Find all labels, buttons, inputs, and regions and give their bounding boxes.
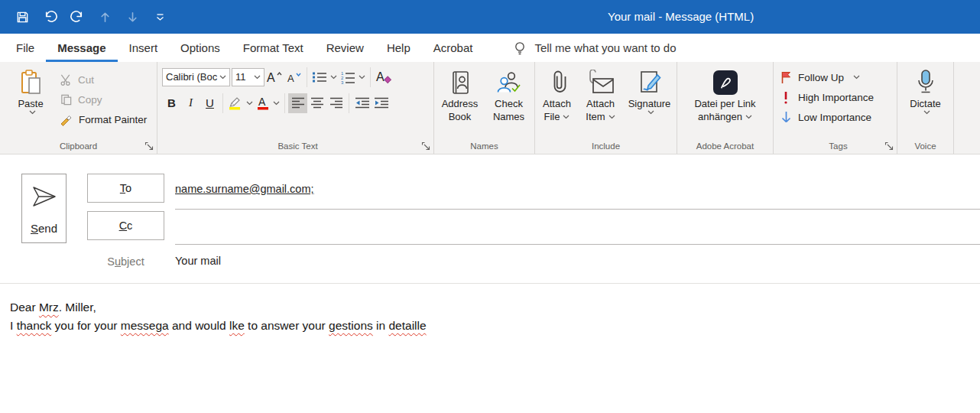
misspelled-word: messega	[121, 319, 169, 332]
signature-icon	[638, 70, 662, 96]
highlight-chevron-icon	[246, 101, 253, 106]
attach-file-button[interactable]: Attach File	[537, 65, 578, 140]
numbering-button[interactable]: 123	[339, 67, 367, 87]
body-text: . Miller,	[59, 301, 96, 314]
align-left-icon	[291, 97, 305, 109]
tab-options[interactable]: Options	[169, 34, 232, 62]
cut-button[interactable]: Cut	[60, 70, 147, 89]
misspelled-word: detaille	[388, 319, 426, 332]
send-label: Send	[31, 222, 57, 235]
address-book-button[interactable]: Address Book	[436, 65, 484, 140]
names-group-label: Names	[434, 140, 534, 154]
ribbon-group-clipboard: Paste Cut Copy Format Painter Clipboard	[0, 62, 157, 154]
cc-field[interactable]	[175, 210, 980, 245]
send-button[interactable]: Send	[21, 174, 67, 243]
tab-review[interactable]: Review	[315, 34, 375, 62]
high-importance-icon	[784, 91, 788, 104]
to-field[interactable]: name.surname@gmail.com;	[175, 174, 980, 210]
font-name-value: Calibri (Boc	[166, 71, 219, 83]
attach-item-label-1: Attach	[586, 97, 615, 110]
bold-button[interactable]: B	[162, 93, 181, 113]
basic-text-dialog-launcher[interactable]	[421, 141, 430, 151]
message-body[interactable]: Dear Mrz. Miller,I thanck you for your m…	[0, 284, 980, 350]
tab-acrobat[interactable]: Acrobat	[422, 34, 485, 62]
ribbon-tabs: File Message Insert Options Format Text …	[0, 34, 980, 62]
increase-indent-button[interactable]	[372, 93, 391, 113]
paste-button[interactable]: Paste	[9, 65, 52, 140]
tab-help[interactable]: Help	[375, 34, 422, 62]
underline-button[interactable]: U	[200, 93, 219, 113]
align-right-button[interactable]	[326, 93, 346, 113]
attach-item-chevron-icon	[608, 115, 615, 119]
to-recipient: name.surname@gmail.com;	[175, 183, 314, 195]
high-importance-button[interactable]: High Importance	[780, 87, 897, 107]
paperclip-icon	[547, 69, 567, 96]
message-header: Send To name.surname@gmail.com; Cc Subje…	[0, 154, 980, 284]
qat-customize-button[interactable]	[148, 5, 171, 28]
ribbon-group-basic-text: Calibri (Boc 11 A A	[157, 62, 434, 154]
grow-font-icon: A	[266, 70, 283, 84]
save-button[interactable]	[11, 5, 34, 28]
attach-item-button[interactable]: Attach Item	[579, 65, 622, 140]
format-painter-button[interactable]: Format Painter	[60, 109, 147, 129]
misspelled-word: gestions	[329, 319, 373, 332]
align-center-button[interactable]	[307, 93, 326, 113]
ribbon-group-include: Attach File Attach Item Signature Includ…	[535, 62, 677, 154]
align-left-button[interactable]	[288, 93, 307, 113]
font-color-button[interactable]: A	[255, 93, 281, 113]
tab-insert[interactable]: Insert	[118, 34, 170, 62]
copy-icon	[60, 93, 73, 106]
font-color-icon: A	[256, 96, 270, 110]
dictate-button[interactable]: Dictate	[901, 65, 950, 140]
window-title: Your mail - Message (HTML)	[608, 0, 754, 34]
subject-field[interactable]: Your mail	[175, 255, 980, 267]
paste-label: Paste	[18, 97, 43, 110]
font-name-combobox[interactable]: Calibri (Boc	[162, 68, 230, 86]
font-size-combobox[interactable]: 11	[232, 68, 264, 86]
text-highlight-button[interactable]	[226, 93, 255, 113]
tags-dialog-launcher[interactable]	[884, 141, 894, 151]
send-icon	[31, 185, 58, 208]
italic-button[interactable]: I	[181, 93, 200, 113]
tell-me-box[interactable]: Tell me what you want to do	[513, 34, 676, 62]
title-bar: Your mail - Message (HTML)	[0, 0, 980, 34]
address-book-label-1: Address	[442, 97, 479, 110]
check-names-icon	[496, 70, 522, 96]
address-book-label-2: Book	[449, 110, 472, 123]
attach-item-icon	[586, 70, 615, 96]
grow-font-button[interactable]: A	[264, 67, 284, 87]
quick-access-toolbar	[11, 5, 171, 28]
misspelled-word: thanck	[17, 319, 52, 332]
clear-formatting-button[interactable]: A	[374, 67, 394, 87]
ribbon-group-names: Address Book Check Names Names	[434, 62, 535, 154]
paste-chevron-icon	[29, 110, 36, 115]
body-line: Dear Mrz. Miller,	[10, 298, 970, 317]
tab-message[interactable]: Message	[46, 34, 117, 62]
redo-button[interactable]	[66, 5, 89, 28]
tags-group-label: Tags	[780, 140, 897, 154]
undo-button[interactable]	[38, 5, 61, 28]
signature-label: Signature	[628, 97, 671, 110]
shrink-font-button[interactable]: A	[284, 67, 303, 87]
to-button[interactable]: To	[87, 174, 164, 203]
follow-up-button[interactable]: Follow Up	[780, 67, 897, 87]
qat-down-button[interactable]	[121, 5, 144, 28]
svg-text:A: A	[376, 70, 385, 83]
check-names-button[interactable]: Check Names	[485, 65, 533, 140]
tab-file[interactable]: File	[5, 34, 46, 62]
tab-format-text[interactable]: Format Text	[232, 34, 315, 62]
bullets-button[interactable]	[310, 67, 339, 87]
attach-item-label-2: Item	[586, 110, 615, 123]
decrease-indent-icon	[355, 97, 370, 109]
attach-file-label-1: Attach	[543, 97, 571, 110]
signature-button[interactable]: Signature	[624, 65, 676, 140]
body-text: you for your	[51, 319, 120, 332]
cc-button[interactable]: Cc	[87, 211, 164, 240]
clipboard-dialog-launcher[interactable]	[144, 141, 154, 151]
low-importance-button[interactable]: Low Importance	[780, 107, 897, 127]
attach-via-link-button[interactable]: Datei per Link anhängen	[680, 65, 771, 140]
decrease-indent-button[interactable]	[352, 93, 372, 113]
qat-up-button[interactable]	[93, 5, 116, 28]
body-text: I	[10, 319, 17, 332]
copy-button[interactable]: Copy	[60, 89, 147, 109]
